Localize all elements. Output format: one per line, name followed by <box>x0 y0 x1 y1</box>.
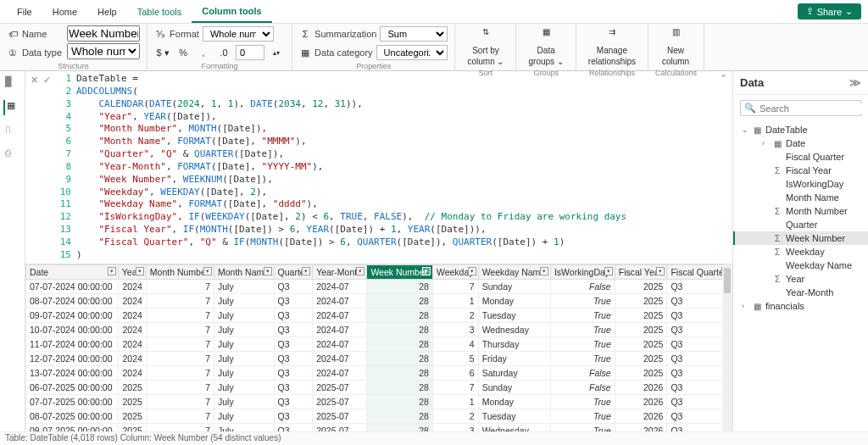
table-cell[interactable]: July <box>214 337 274 351</box>
field-node[interactable]: ›Date <box>733 136 868 150</box>
table-node[interactable]: ›financials <box>733 299 868 313</box>
table-cell[interactable]: Q3 <box>274 337 313 351</box>
table-cell[interactable]: 2025 <box>118 380 146 394</box>
table-cell[interactable]: 2024-07 <box>313 337 367 351</box>
table-cell[interactable]: 2025 <box>615 308 667 322</box>
field-node[interactable]: IsWorkingDay <box>733 177 868 191</box>
column-header[interactable]: Fiscal Year▾ <box>615 264 667 279</box>
filter-dropdown-icon[interactable]: ▾ <box>656 267 665 275</box>
table-cell[interactable]: True <box>550 308 615 322</box>
table-cell[interactable]: False <box>550 365 615 380</box>
filter-dropdown-icon[interactable]: ▾ <box>264 267 272 275</box>
table-row[interactable]: 10-07-2024 00:00:0020247JulyQ32024-07283… <box>26 322 732 337</box>
table-cell[interactable]: 2026 <box>615 380 667 394</box>
table-row[interactable]: 09-07-2024 00:00:0020247JulyQ32024-07282… <box>26 308 732 322</box>
table-cell[interactable]: 2024 <box>118 322 146 337</box>
field-node[interactable]: Year-Month <box>733 286 868 299</box>
decimal-input[interactable] <box>236 45 264 60</box>
vertical-scrollbar[interactable] <box>722 264 732 431</box>
column-header[interactable]: Year-Month▾ <box>313 264 367 279</box>
table-cell[interactable]: 7 <box>146 351 214 365</box>
category-select[interactable]: Uncategorized <box>376 45 448 60</box>
tab-column-tools[interactable]: Column tools <box>192 1 271 23</box>
table-cell[interactable]: 3 <box>432 322 478 337</box>
table-cell[interactable]: 2025-07 <box>313 394 367 409</box>
table-row[interactable]: 08-07-2025 00:00:0020257JulyQ32025-07282… <box>26 409 732 423</box>
table-cell[interactable]: Monday <box>478 293 550 308</box>
table-cell[interactable]: 7 <box>146 423 214 431</box>
table-cell[interactable]: Q3 <box>274 423 313 431</box>
table-cell[interactable]: True <box>550 322 615 337</box>
table-cell[interactable]: False <box>550 380 615 394</box>
table-cell[interactable]: 28 <box>367 322 433 337</box>
table-cell[interactable]: 2025-07 <box>313 423 367 431</box>
table-cell[interactable]: 2025 <box>615 337 667 351</box>
sort-by-column-button[interactable]: ⇅ Sort by column ⌄ <box>462 25 509 68</box>
table-cell[interactable]: July <box>214 365 274 380</box>
collapse-formula-button[interactable]: ⌃ <box>720 73 727 84</box>
field-node[interactable]: Weekday <box>733 245 868 259</box>
table-cell[interactable]: Q3 <box>274 279 313 293</box>
filter-dropdown-icon[interactable]: ▾ <box>108 267 116 275</box>
table-cell[interactable]: 11-07-2024 00:00:00 <box>26 337 119 351</box>
table-cell[interactable]: 28 <box>367 365 433 380</box>
table-cell[interactable]: Q3 <box>274 322 313 337</box>
table-cell[interactable]: True <box>550 423 615 431</box>
table-cell[interactable]: 2 <box>432 409 478 423</box>
table-cell[interactable]: 7 <box>146 322 214 337</box>
field-node[interactable]: Weekday Name <box>733 259 868 272</box>
table-cell[interactable]: 2025 <box>118 409 146 423</box>
table-cell[interactable]: 28 <box>367 394 433 409</box>
table-cell[interactable]: 08-07-2024 00:00:00 <box>26 293 119 308</box>
new-column-button[interactable]: ▥ New column <box>655 25 696 68</box>
table-cell[interactable]: 12-07-2024 00:00:00 <box>26 351 119 365</box>
table-cell[interactable]: True <box>550 351 615 365</box>
table-cell[interactable]: Q3 <box>274 293 313 308</box>
table-cell[interactable]: Q3 <box>274 351 313 365</box>
column-header[interactable]: Quarter▾ <box>274 264 313 279</box>
table-cell[interactable]: 2025-07 <box>313 409 367 423</box>
table-cell[interactable]: 07-07-2025 00:00:00 <box>26 394 119 409</box>
table-cell[interactable]: True <box>550 409 615 423</box>
table-cell[interactable]: 7 <box>432 279 478 293</box>
filter-dropdown-icon[interactable]: ▾ <box>540 267 548 275</box>
table-cell[interactable]: Q3 <box>274 380 313 394</box>
table-cell[interactable]: 2024 <box>118 351 146 365</box>
table-cell[interactable]: 2025 <box>615 279 667 293</box>
table-cell[interactable]: 2025 <box>615 322 667 337</box>
column-header[interactable]: Month Number▾ <box>146 264 214 279</box>
table-cell[interactable]: 2024 <box>118 279 146 293</box>
table-cell[interactable]: Sunday <box>478 380 550 394</box>
table-cell[interactable]: 7 <box>146 365 214 380</box>
column-header[interactable]: Week Number▾ <box>367 264 433 279</box>
tab-table-tools[interactable]: Table tools <box>127 2 192 22</box>
field-node[interactable]: Week Number <box>733 231 868 245</box>
tab-help[interactable]: Help <box>87 2 127 22</box>
dax-view-icon[interactable]: ⎙ <box>5 147 20 163</box>
table-cell[interactable]: 2024 <box>118 337 146 351</box>
commit-formula-button[interactable]: ✓ <box>43 75 51 86</box>
filter-dropdown-icon[interactable]: ▾ <box>468 267 476 275</box>
table-cell[interactable]: True <box>550 394 615 409</box>
table-row[interactable]: 06-07-2025 00:00:0020257JulyQ32025-07287… <box>26 380 732 394</box>
table-cell[interactable]: Wednesday <box>478 423 550 431</box>
table-row[interactable]: 09-07-2025 00:00:0020257JulyQ32025-07283… <box>26 423 732 431</box>
table-cell[interactable]: 2025 <box>118 394 146 409</box>
currency-button[interactable]: $ ▾ <box>154 45 171 60</box>
table-row[interactable]: 08-07-2024 00:00:0020247JulyQ32024-07281… <box>26 293 732 308</box>
table-cell[interactable]: 2024-07 <box>313 308 367 322</box>
report-view-icon[interactable]: ▉ <box>5 76 20 92</box>
table-cell[interactable]: 28 <box>367 337 433 351</box>
column-header[interactable]: Month Name▾ <box>214 264 274 279</box>
table-cell[interactable]: Q3 <box>274 308 313 322</box>
table-cell[interactable]: July <box>214 322 274 337</box>
datatype-select[interactable]: Whole number <box>67 43 140 59</box>
table-cell[interactable]: 28 <box>367 380 433 394</box>
table-cell[interactable]: Sunday <box>478 279 550 293</box>
column-header[interactable]: Weekday Name▾ <box>478 264 550 279</box>
column-header[interactable]: Weekday▾ <box>432 264 478 279</box>
filter-dropdown-icon[interactable]: ▾ <box>422 267 431 275</box>
table-cell[interactable]: Thursday <box>478 337 550 351</box>
table-cell[interactable]: True <box>550 337 615 351</box>
table-cell[interactable]: 28 <box>367 351 433 365</box>
